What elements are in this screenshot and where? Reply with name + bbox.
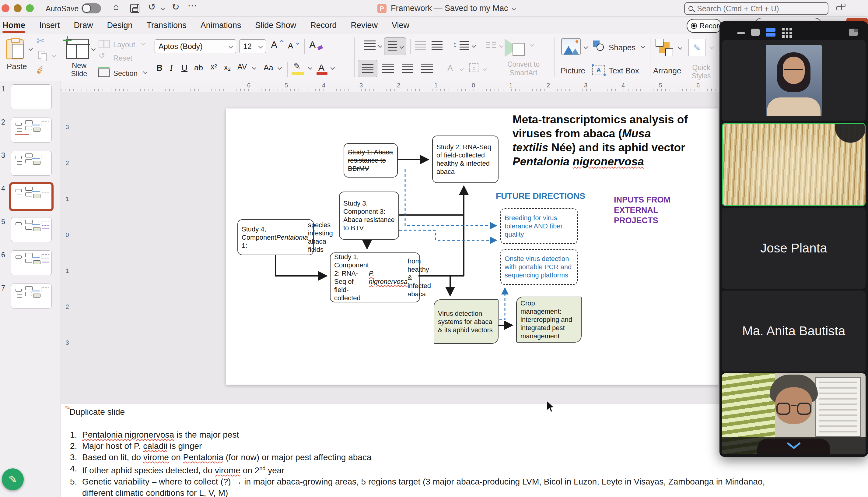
change-case-chevron-icon[interactable] (278, 66, 282, 70)
search-input[interactable] (696, 4, 824, 13)
record-button[interactable]: Record (687, 19, 722, 33)
section-chevron-icon[interactable] (143, 70, 147, 74)
italic-button[interactable]: I (170, 63, 173, 73)
undo-chevron-icon[interactable] (161, 6, 165, 10)
collapse-strip[interactable] (722, 437, 866, 454)
strikethrough-button[interactable]: ab (194, 63, 203, 72)
section-icon[interactable] (98, 69, 109, 77)
close-window-button[interactable] (1, 4, 10, 12)
picture-icon[interactable] (561, 38, 581, 55)
subscript-button[interactable]: x₂ (224, 63, 231, 72)
character-spacing-button[interactable]: AV (237, 62, 247, 71)
ribbon-tab[interactable]: Slide Show (255, 17, 296, 34)
document-title-area[interactable]: P Framework — Saved to my Mac (378, 0, 516, 17)
window-layout-icon[interactable] (836, 4, 849, 13)
bullets-icon[interactable] (364, 41, 376, 50)
shapes-chevron-icon[interactable] (641, 44, 645, 48)
autosave-toggle[interactable] (82, 3, 101, 13)
ribbon-tab[interactable]: Animations (201, 17, 241, 34)
gallery-view-icon[interactable] (766, 28, 776, 37)
picture-label[interactable]: Picture (561, 66, 585, 75)
align-left-button[interactable] (358, 60, 378, 77)
justify-button[interactable] (421, 63, 433, 73)
highlighter-chevron-icon[interactable] (308, 66, 312, 70)
arrange-chevron-icon[interactable] (678, 45, 682, 49)
slide-thumbnail-item[interactable]: 5 (0, 216, 61, 250)
ribbon-tab[interactable]: Record (310, 17, 337, 34)
slide-thumbnail[interactable] (11, 117, 52, 143)
superscript-button[interactable]: x² (211, 62, 217, 71)
text-box-icon[interactable]: A (592, 65, 605, 75)
zoom-window-button[interactable] (26, 4, 34, 12)
notes-list-item[interactable]: 3. Based on lit, do virome on Pentalonia… (70, 452, 800, 463)
draw-tool-button[interactable]: ✎ (2, 468, 24, 490)
notes-list-item[interactable]: 2. Major host of P. caladii is ginger (70, 440, 800, 452)
slide-thumbnail-item[interactable]: 2 (0, 117, 61, 150)
grow-font-button[interactable]: A (271, 39, 277, 51)
shrink-font-button[interactable]: A (288, 41, 293, 51)
clear-formatting-button[interactable]: A (309, 39, 315, 51)
minimize-icon[interactable] (737, 32, 745, 34)
slide-thumbnail[interactable] (11, 284, 52, 309)
ribbon-tab[interactable]: Transitions (147, 17, 187, 34)
notes-list-item[interactable]: 5. Genetic variability – where to collec… (70, 476, 800, 497)
increase-indent-icon[interactable] (431, 41, 442, 50)
ribbon-tab[interactable]: Review (351, 17, 378, 34)
slide-thumbnail[interactable] (11, 151, 52, 176)
format-painter-icon[interactable]: ✐ (34, 63, 46, 77)
popout-icon[interactable] (849, 29, 858, 36)
new-slide-chevron-icon[interactable] (91, 46, 95, 51)
align-right-button[interactable] (402, 63, 413, 73)
minimize-window-button[interactable] (14, 4, 21, 12)
arrange-icon[interactable] (656, 39, 675, 57)
ribbon-tab[interactable]: Home (2, 17, 25, 34)
slide-thumbnail[interactable] (11, 84, 52, 109)
change-case-button[interactable]: Aa (264, 63, 273, 72)
numbered-list-button[interactable] (384, 38, 406, 55)
notes-list-item[interactable]: 1. Pentalonia nigronervosa is the major … (70, 429, 800, 440)
slide-thumbnail-item[interactable]: 7 (0, 283, 61, 316)
shapes-icon[interactable] (593, 41, 606, 53)
ribbon-tab[interactable]: View (392, 17, 409, 34)
new-slide-icon[interactable] (66, 39, 89, 59)
participant-tile[interactable] (722, 40, 866, 121)
line-spacing-arrows-icon[interactable]: ↕ (453, 40, 457, 49)
highlighter-icon[interactable]: ✎ (293, 61, 300, 71)
underline-button[interactable]: U (181, 63, 188, 73)
participant-tile[interactable] (722, 373, 866, 454)
font-size-combo[interactable]: 12 (239, 39, 266, 53)
ribbon-tab[interactable]: Insert (39, 17, 60, 34)
notes-list-item[interactable]: 4. If other aphid species detected, do v… (70, 463, 800, 476)
redo-icon[interactable]: ↻ (172, 1, 179, 13)
slide-thumbnail-item[interactable]: 3 (0, 150, 61, 183)
picture-chevron-icon[interactable] (584, 45, 588, 49)
home-icon[interactable]: ⌂ (113, 1, 119, 12)
slide-thumbnail[interactable] (11, 250, 52, 275)
slide-thumbnail-item[interactable]: 4 (0, 183, 61, 216)
search-field[interactable] (684, 2, 828, 15)
align-center-button[interactable] (382, 63, 394, 73)
font-size-chevron-icon[interactable] (255, 40, 266, 53)
paste-icon[interactable] (6, 39, 24, 59)
slide-thumbnail[interactable] (9, 182, 54, 211)
text-box-label[interactable]: Text Box (609, 66, 639, 75)
slide-editing-surface[interactable]: Meta-transcriptomics analysis ofviruses … (226, 108, 719, 385)
font-color-chevron-icon[interactable] (330, 66, 335, 70)
slide-thumbnail[interactable] (11, 217, 52, 242)
notes-heading[interactable]: Duplicate slide (69, 407, 125, 417)
bullets-chevron-icon[interactable] (378, 44, 382, 48)
character-spacing-chevron-icon[interactable] (252, 66, 256, 70)
ribbon-tab[interactable]: Draw (74, 17, 93, 34)
speaker-view-icon[interactable] (751, 29, 760, 36)
bold-button[interactable]: B (157, 63, 163, 73)
undo-icon[interactable]: ↺ (148, 1, 156, 13)
participant-tile[interactable]: Jose Planta (722, 208, 866, 289)
new-slide-label[interactable]: New Slide (67, 61, 91, 78)
font-color-button[interactable]: A (318, 62, 324, 73)
font-name-combo[interactable]: Aptos (Body) (155, 39, 236, 53)
grid-view-icon[interactable] (782, 28, 784, 30)
paste-chevron-icon[interactable] (29, 46, 33, 51)
slide-thumbnail-item[interactable]: 6 (0, 250, 61, 283)
participant-tile[interactable] (722, 123, 866, 206)
line-spacing-chevron-icon[interactable] (472, 44, 476, 48)
